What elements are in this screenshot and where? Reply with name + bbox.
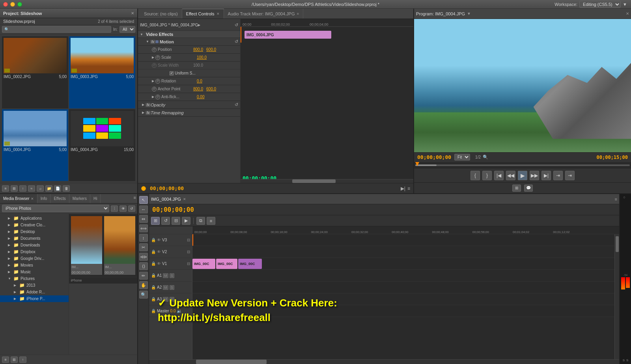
eye-v1[interactable]: 👁: [157, 261, 161, 266]
source-tab[interactable]: Source: (no clips): [140, 9, 182, 19]
hi-tab[interactable]: Hi: [90, 194, 101, 203]
media-filter-btn[interactable]: ⋮: [111, 205, 118, 212]
anchor-y-value[interactable]: 600.0: [206, 87, 216, 91]
track-collapse-v3[interactable]: ⊟: [187, 238, 190, 242]
selection-tool[interactable]: ↖: [139, 196, 148, 204]
scale-stopwatch-icon[interactable]: ⏱: [155, 55, 160, 60]
project-item-2[interactable]: IMG_0003.JPG 5;00: [69, 36, 135, 108]
tl-marker-btn[interactable]: ▶: [182, 217, 190, 225]
razor-tool[interactable]: ✂: [139, 243, 148, 251]
lock-a3[interactable]: 🔒: [151, 297, 156, 301]
monitor-settings-icon[interactable]: ▼: [467, 11, 471, 16]
insert-btn[interactable]: ⇥: [553, 171, 563, 180]
list-view-btn[interactable]: ≡: [2, 185, 9, 192]
workspace-expand-icon[interactable]: ▼: [623, 2, 627, 7]
anti-flicker-value[interactable]: 0.00: [197, 95, 204, 99]
motion-expand-btn[interactable]: ▼: [146, 40, 149, 43]
anchor-stopwatch-icon[interactable]: ⏱: [152, 87, 157, 91]
automate-btn[interactable]: ≈: [28, 185, 35, 192]
tree-item-music[interactable]: ▶ 📁 Music: [0, 269, 69, 275]
tree-item-iphone[interactable]: ▶ 📁 iPhone P...: [0, 295, 69, 302]
monitor-zoom-icon[interactable]: 🔍: [483, 155, 488, 160]
video-effects-header[interactable]: ▼ Video Effects: [138, 31, 240, 38]
mute-a3[interactable]: M: [163, 297, 168, 302]
preview-thumb-2[interactable]: IM... 00;00;05;00: [104, 216, 135, 275]
effect-reset-btn[interactable]: ↺: [235, 22, 238, 28]
rotation-stopwatch-icon[interactable]: ⏱: [155, 79, 160, 84]
solo-a2[interactable]: S: [170, 285, 174, 290]
timeline-settings-btn[interactable]: ≡: [615, 197, 617, 202]
media-up-btn[interactable]: ↑: [19, 357, 26, 363]
overwrite-btn[interactable]: ⇥: [565, 171, 575, 180]
track-select-tool[interactable]: ↔: [139, 205, 148, 213]
close-button[interactable]: [3, 2, 8, 7]
audio-mixer-tab-close[interactable]: ≡: [297, 12, 299, 16]
master-vol[interactable]: 0.0: [170, 309, 176, 313]
play-fwd-btn[interactable]: ▶▶: [530, 171, 539, 180]
tree-item-desktop[interactable]: ▶ 📁 Desktop: [0, 228, 69, 235]
tree-item-documents[interactable]: ▶ 📁 Documents: [0, 235, 69, 242]
clip-v1-1[interactable]: IMG_00C: [192, 259, 215, 269]
tree-item-pictures[interactable]: ▼ 📁 Pictures: [0, 275, 69, 282]
effects-tab[interactable]: Effects: [50, 194, 69, 203]
in-select[interactable]: All: [119, 26, 135, 33]
anchor-x-value[interactable]: 800.0: [193, 87, 203, 91]
vscroll-thumb[interactable]: [616, 236, 619, 252]
tl-ripple-btn[interactable]: ↺: [161, 217, 170, 225]
tree-item-movies[interactable]: ▶ 📁 Movies: [0, 262, 69, 269]
media-location-dropdown[interactable]: iPhone Photos: [2, 205, 109, 212]
step-back-btn[interactable]: {: [470, 171, 480, 180]
position-x-value[interactable]: 800.0: [193, 47, 203, 52]
output-btn[interactable]: 💬: [524, 185, 533, 192]
tree-item-downloads[interactable]: ▶ 📁 Downloads: [0, 242, 69, 248]
hand-tool[interactable]: ✋: [139, 281, 148, 289]
position-y-value[interactable]: 600.0: [206, 47, 216, 52]
timeline-tab-close[interactable]: ✕: [183, 197, 186, 201]
rotation-value[interactable]: 0.0: [197, 79, 202, 83]
rolling-tool[interactable]: ⟺: [139, 224, 148, 232]
play-stop-btn[interactable]: ▶: [518, 171, 527, 180]
scale-expand-btn[interactable]: ▶: [152, 56, 154, 59]
media-refresh-btn[interactable]: ↺: [128, 205, 135, 212]
tl-link-btn[interactable]: ⧉: [196, 217, 205, 225]
anti-flicker-expand-btn[interactable]: ▶: [152, 95, 154, 99]
clip-v1-2[interactable]: IMG_00C: [216, 259, 237, 269]
monitor-fit-dropdown[interactable]: Fit: [454, 154, 470, 161]
time-remap-expand-btn[interactable]: ▶: [142, 111, 144, 114]
eye-v3[interactable]: 👁: [157, 238, 161, 242]
mute-a2[interactable]: M: [163, 285, 168, 290]
tree-item-creative[interactable]: ▶ 📁 Creative Clo...: [0, 222, 69, 228]
new-bin-btn[interactable]: 📁: [45, 185, 52, 192]
solo-a3[interactable]: S: [170, 297, 174, 302]
lock-v2[interactable]: 🔒: [151, 250, 156, 254]
effect-controls-tab-close[interactable]: ✕: [217, 12, 220, 16]
panel-menu-btn[interactable]: ≡: [133, 194, 137, 203]
rotation-expand-btn[interactable]: ▶: [152, 79, 154, 83]
effect-hscroll[interactable]: [241, 179, 413, 183]
media-browser-tab-close[interactable]: ✕: [31, 197, 34, 201]
lock-a2[interactable]: 🔒: [151, 285, 156, 289]
project-item-1[interactable]: IMG_0002.JPG 5;00: [2, 36, 68, 108]
scale-value[interactable]: 100.0: [197, 55, 207, 60]
icon-view-btn[interactable]: ⊞: [11, 185, 18, 192]
preview-thumb-1[interactable]: IM... 00;00;05;00: [71, 216, 102, 275]
maximize-button[interactable]: [17, 2, 22, 7]
audio-mixer-tab[interactable]: Audio Track Mixer: IMG_0004.JPG ≡: [224, 9, 303, 19]
uniform-scale-checkbox[interactable]: ✓: [170, 71, 174, 75]
hscroll-thumb[interactable]: [196, 360, 267, 364]
monitor-progress-bar[interactable]: [414, 162, 631, 168]
effect-hscroll-thumb[interactable]: [292, 179, 336, 183]
project-item-3[interactable]: IMG_0004.JPG 5;00: [2, 109, 68, 181]
tl-snap-btn[interactable]: ⊞: [151, 217, 160, 225]
clip-v1-3[interactable]: IMG_00C: [238, 259, 262, 269]
monitor-close-btn[interactable]: ✕: [626, 11, 629, 16]
rate-stretch-tool[interactable]: ↕: [139, 234, 148, 242]
lock-v1[interactable]: 🔒: [151, 261, 156, 266]
project-search-input[interactable]: [2, 26, 111, 33]
zoom-tool[interactable]: 🔍: [139, 291, 148, 299]
track-collapse-v2[interactable]: ⊟: [187, 250, 190, 254]
effect-controls-tab[interactable]: Effect Controls ✕: [182, 9, 224, 19]
clip-expand-btn[interactable]: ▶: [198, 23, 200, 27]
find-btn[interactable]: ⌕: [37, 185, 44, 192]
go-end-btn[interactable]: ▶|: [541, 171, 551, 180]
